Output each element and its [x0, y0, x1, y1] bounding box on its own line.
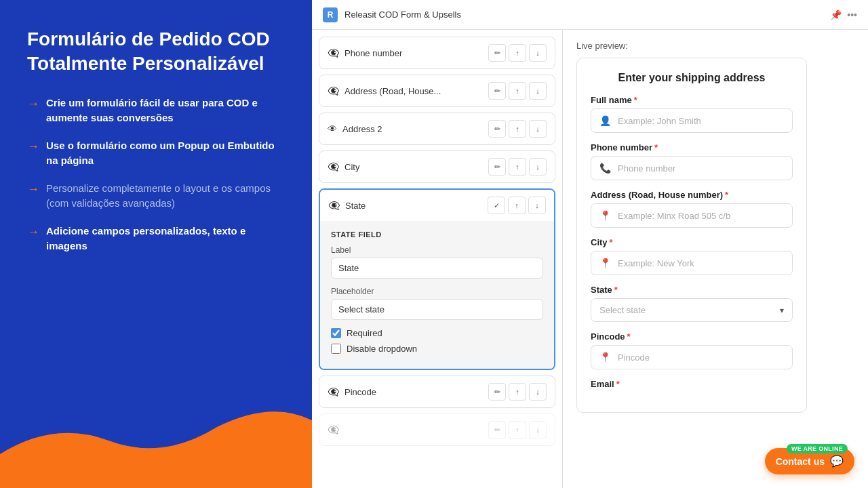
- required-label: Required: [347, 328, 382, 338]
- label-field-group: Label: [331, 245, 543, 279]
- window-chrome: R Releasit COD Form & Upsells 📌 •••: [312, 0, 868, 30]
- preview-label: Pincode *: [591, 331, 793, 342]
- window-title: Releasit COD Form & Upsells: [344, 9, 823, 20]
- preview-input[interactable]: 📍 Example: Minx Road 505 c/b: [591, 203, 793, 228]
- placeholder-field-label: Placeholder: [331, 287, 543, 296]
- placeholder-text: Example: New York: [618, 258, 694, 268]
- feature-text: Use o formulário como um Popup ou Embuti…: [46, 138, 285, 169]
- confirm-button[interactable]: ✓: [488, 197, 505, 214]
- feature-text: Personalize completamente o layout e os …: [46, 181, 285, 211]
- visibility-icon[interactable]: 👁: [328, 123, 337, 134]
- arrow-icon: →: [27, 182, 39, 197]
- feature-list: → Crie um formulário fácil de usar para …: [27, 96, 285, 254]
- list-item: → Adicione campos personalizados, texto …: [27, 224, 285, 254]
- field-actions: ✓ ↑ ↓: [488, 197, 546, 214]
- field-label: State: [345, 201, 482, 211]
- required-checkbox[interactable]: [331, 328, 341, 338]
- move-up-button[interactable]: ↑: [509, 158, 526, 176]
- move-up-button[interactable]: ↑: [508, 197, 526, 214]
- visibility-icon[interactable]: 👁‍🗨: [328, 161, 339, 172]
- required-star: *: [614, 285, 618, 295]
- decorative-wave: [0, 400, 312, 488]
- preview-field-pincode: Pincode * 📍 Pincode: [591, 331, 793, 369]
- form-builder-panel: 👁‍🗨 Phone number ✏ ↑ ↓ 👁‍🗨 Address (Road…: [312, 30, 563, 488]
- location-icon: 📍: [599, 258, 611, 268]
- location-icon: 📍: [599, 352, 611, 363]
- visibility-icon[interactable]: 👁‍🗨: [328, 200, 340, 211]
- live-preview-label: Live preview:: [576, 41, 854, 51]
- field-row-city: 👁‍🗨 City ✏ ↑ ↓: [319, 150, 555, 183]
- page-title: Formulário de Pedido COD Totalmente Pers…: [27, 27, 285, 77]
- person-icon: 👤: [599, 115, 611, 126]
- edit-button[interactable]: ✏: [488, 44, 506, 62]
- field-label: City: [344, 162, 483, 172]
- field-row-address2: 👁 Address 2 ✏ ↑ ↓: [319, 113, 555, 145]
- placeholder-field-input[interactable]: [331, 299, 543, 320]
- move-up-button[interactable]: ↑: [509, 120, 526, 138]
- field-label: Phone number: [344, 48, 483, 58]
- app-window: R Releasit COD Form & Upsells 📌 ••• 👁‍🗨 …: [312, 0, 868, 488]
- edit-button[interactable]: ✏: [488, 383, 506, 401]
- visibility-icon[interactable]: 👁‍🗨: [328, 386, 339, 397]
- arrow-icon: →: [27, 97, 39, 111]
- pin-icon[interactable]: 📌: [830, 9, 842, 20]
- required-star: *: [610, 237, 613, 247]
- preview-select[interactable]: Select state ▾: [591, 298, 793, 322]
- move-down-button[interactable]: ↓: [529, 82, 547, 100]
- move-up-button[interactable]: ↑: [509, 44, 526, 62]
- preview-card: Enter your shipping address Full name * …: [576, 58, 807, 413]
- preview-field-email: Email *: [591, 379, 793, 389]
- content-area: 👁‍🗨 Phone number ✏ ↑ ↓ 👁‍🗨 Address (Road…: [312, 30, 868, 488]
- move-down-button[interactable]: ↓: [529, 120, 547, 138]
- move-up-button[interactable]: ↑: [509, 383, 526, 401]
- required-star: *: [725, 190, 728, 200]
- label-field-label: Label: [331, 245, 543, 255]
- feature-text: Adicione campos personalizados, texto e …: [46, 224, 285, 254]
- label-field-input[interactable]: [331, 258, 543, 279]
- move-down-button[interactable]: ↓: [528, 197, 546, 214]
- field-actions: ✏ ↑ ↓: [488, 158, 547, 176]
- visibility-icon[interactable]: 👁‍🗨: [328, 47, 339, 58]
- edit-button[interactable]: ✏: [488, 82, 506, 100]
- visibility-icon[interactable]: 👁‍🗨: [328, 85, 339, 96]
- contact-button-label: Contact us: [776, 456, 825, 467]
- more-icon[interactable]: •••: [847, 9, 857, 20]
- preview-input[interactable]: 📍 Pincode: [591, 345, 793, 369]
- field-actions: ✏ ↑ ↓: [488, 44, 547, 62]
- app-icon: R: [323, 7, 338, 22]
- feature-sub-text: (com validações avançadas): [46, 197, 175, 209]
- move-up-button[interactable]: ↑: [509, 421, 526, 439]
- move-up-button[interactable]: ↑: [509, 82, 526, 100]
- preview-field-address: Address (Road, House number) * 📍 Example…: [591, 190, 793, 228]
- field-actions: ✏ ↑ ↓: [488, 82, 547, 100]
- required-checkbox-row: Required: [331, 328, 543, 338]
- field-label: Address (Road, House...: [344, 86, 483, 96]
- disable-dropdown-checkbox[interactable]: [331, 344, 341, 354]
- move-down-button[interactable]: ↓: [529, 421, 547, 439]
- chevron-down-icon: ▾: [780, 306, 784, 315]
- online-badge: WE ARE ONLINE: [787, 444, 848, 453]
- preview-label: State *: [591, 285, 793, 295]
- disable-dropdown-label: Disable dropdown: [347, 344, 417, 354]
- edit-button[interactable]: ✏: [488, 421, 506, 439]
- preview-input[interactable]: 👤 Example: John Smith: [591, 108, 793, 133]
- field-actions: ✏ ↑ ↓: [488, 421, 547, 439]
- edit-button[interactable]: ✏: [488, 158, 506, 176]
- required-star: *: [654, 142, 658, 152]
- list-item: → Use o formulário como um Popup ou Embu…: [27, 138, 285, 169]
- disable-dropdown-checkbox-row: Disable dropdown: [331, 344, 543, 354]
- chat-bubble: WE ARE ONLINE Contact us 💬: [765, 444, 854, 474]
- placeholder-text: Example: John Smith: [618, 116, 701, 126]
- move-down-button[interactable]: ↓: [529, 158, 547, 176]
- preview-input[interactable]: 📍 Example: New York: [591, 251, 793, 275]
- move-down-button[interactable]: ↓: [529, 383, 547, 401]
- preview-input[interactable]: 📞 Phone number: [591, 156, 793, 180]
- field-label: Pincode: [344, 387, 483, 397]
- field-row-pincode: 👁‍🗨 Pincode ✏ ↑ ↓: [319, 375, 555, 408]
- move-down-button[interactable]: ↓: [529, 44, 547, 62]
- chat-icon: 💬: [830, 455, 844, 468]
- edit-button[interactable]: ✏: [488, 120, 506, 138]
- required-star: *: [627, 331, 631, 342]
- left-panel: Formulário de Pedido COD Totalmente Pers…: [0, 0, 312, 488]
- field-actions: ✏ ↑ ↓: [488, 120, 547, 138]
